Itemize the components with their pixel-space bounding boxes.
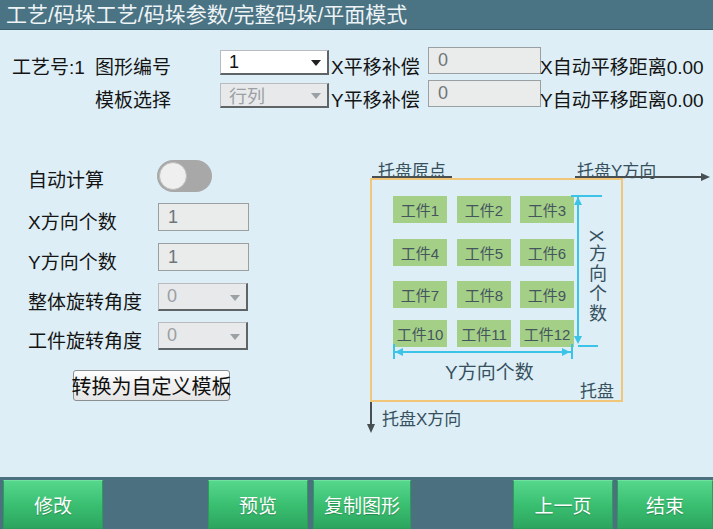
whole-rotate-label: 整体旋转角度	[28, 287, 142, 314]
piece-box: 工件6	[520, 239, 574, 266]
breadcrumb-title: 工艺/码垛工艺/码垛参数/完整码垛/平面模式	[0, 0, 713, 30]
x-count-axis-label: X方向个数	[583, 230, 609, 324]
y-auto-distance-label: Y自动平移距离0.00	[540, 85, 704, 112]
arrow-up-icon	[574, 197, 582, 205]
toggle-knob-icon	[159, 162, 187, 190]
piece-box: 工件9	[520, 281, 574, 308]
arrow-down-icon	[367, 424, 375, 433]
piece-box: 工件5	[457, 239, 511, 266]
graphic-number-value: 1	[229, 52, 239, 73]
chevron-down-icon	[311, 60, 321, 66]
y-count-dimension-right-tick	[571, 344, 573, 359]
x-offset-value: 0	[438, 50, 448, 71]
y-offset-input[interactable]: 0	[428, 80, 541, 107]
pallet-label: 托盘	[580, 377, 614, 402]
x-offset-input[interactable]: 0	[428, 47, 541, 74]
piece-box: 工件7	[393, 281, 447, 308]
x-count-input[interactable]: 1	[158, 203, 249, 231]
y-count-dimension-line	[393, 351, 573, 353]
x-count-label: X方向个数	[28, 207, 117, 234]
chevron-down-icon	[311, 93, 321, 99]
preview-button[interactable]: 预览	[208, 480, 308, 529]
y-count-label: Y方向个数	[28, 247, 117, 274]
auto-calc-label: 自动计算	[28, 165, 104, 192]
pallet-x-arrow-line	[370, 402, 372, 425]
y-count-axis-label: Y方向个数	[445, 357, 534, 384]
whole-rotate-value: 0	[167, 286, 177, 307]
arrow-right-icon	[701, 173, 710, 181]
previous-page-button[interactable]: 上一页	[513, 480, 613, 529]
piece-box: 工件4	[393, 239, 447, 266]
piece-rotate-select[interactable]: 0	[158, 322, 248, 350]
template-select[interactable]: 行列	[220, 83, 329, 108]
x-offset-label: X平移补偿	[331, 52, 420, 79]
x-auto-distance-label: X自动平移距离0.00	[540, 52, 704, 79]
piece-box: 工件8	[457, 281, 511, 308]
process-number-label: 工艺号:1	[12, 52, 85, 79]
arrow-left-icon	[395, 348, 403, 356]
piece-rotate-value: 0	[167, 325, 177, 346]
piece-box: 工件11	[457, 320, 511, 347]
y-count-value: 1	[168, 247, 178, 268]
piece-rotate-label: 工件旋转角度	[28, 326, 142, 353]
convert-template-button[interactable]: 转换为自定义模板	[73, 370, 230, 401]
copy-graphic-button[interactable]: 复制图形	[313, 480, 411, 529]
piece-box: 工件10	[393, 320, 447, 347]
template-select-label: 模板选择	[95, 85, 171, 112]
pallet-x-direction-label: 托盘X方向	[382, 405, 461, 430]
x-count-value: 1	[168, 207, 178, 228]
x-count-dimension-bottom-tick	[578, 345, 598, 347]
y-offset-value: 0	[438, 83, 448, 104]
piece-box: 工件1	[393, 196, 447, 223]
end-button[interactable]: 结束	[617, 480, 713, 529]
template-select-value: 行列	[229, 82, 265, 108]
graphic-number-label: 图形编号	[95, 52, 171, 79]
palletizing-settings-window: 工艺/码垛工艺/码垛参数/完整码垛/平面模式 工艺号:1 图形编号 1 X平移补…	[0, 0, 713, 529]
chevron-down-icon	[230, 295, 240, 301]
whole-rotate-select[interactable]: 0	[158, 283, 248, 311]
arrow-right-icon	[562, 348, 570, 356]
y-count-input[interactable]: 1	[158, 243, 249, 271]
auto-calc-toggle[interactable]	[157, 160, 212, 192]
modify-button[interactable]: 修改	[3, 480, 103, 529]
x-count-dimension-line	[577, 196, 579, 338]
piece-box: 工件3	[520, 196, 574, 223]
chevron-down-icon	[230, 334, 240, 340]
graphic-number-select[interactable]: 1	[220, 50, 329, 75]
piece-box: 工件2	[457, 196, 511, 223]
piece-box: 工件12	[520, 320, 574, 347]
arrow-down-icon	[574, 336, 582, 344]
y-offset-label: Y平移补偿	[331, 85, 420, 112]
